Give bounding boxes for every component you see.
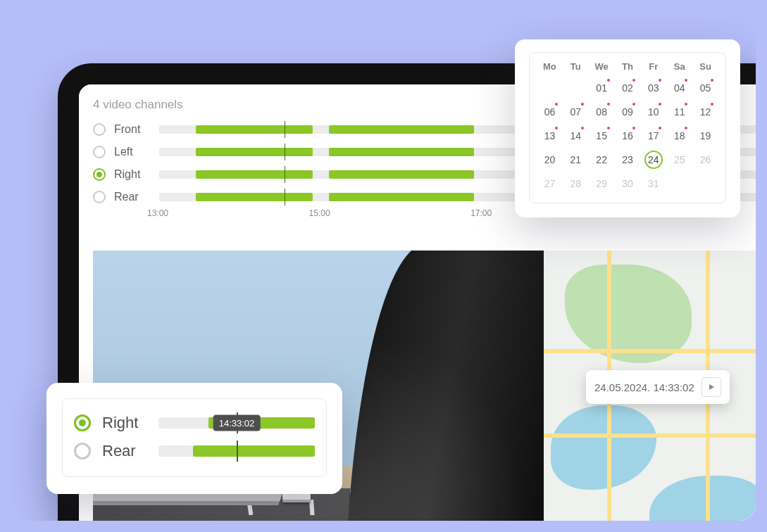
calendar-day[interactable]: 03: [640, 76, 666, 100]
calendar-day-number: 31: [648, 178, 659, 189]
calendar-day-number: 18: [674, 130, 685, 141]
map-popup: 24.05.2024. 14:33:02: [586, 370, 730, 404]
channel-label: Rear: [114, 191, 151, 203]
calendar-day[interactable]: 23: [615, 148, 641, 172]
calendar-day[interactable]: 06: [537, 100, 563, 124]
calendar-day[interactable]: 22: [589, 148, 615, 172]
calendar-day-number: 24: [644, 151, 663, 169]
calendar-event-dot-icon: [659, 127, 661, 129]
recording-segment: [196, 170, 313, 179]
calendar-day: 31: [640, 172, 666, 196]
calendar-day[interactable]: 15: [589, 124, 615, 148]
zoom-label: Rear: [102, 442, 147, 460]
calendar-day-number: 05: [700, 82, 711, 94]
calendar-dow: We: [589, 61, 615, 76]
calendar-day-number: 09: [622, 106, 633, 118]
playhead[interactable]: [285, 189, 286, 205]
channel-label: Front: [114, 123, 151, 136]
calendar-day[interactable]: 10: [640, 100, 666, 124]
calendar-day-number: 07: [570, 106, 581, 118]
calendar-day[interactable]: 17: [640, 124, 666, 148]
calendar-event-dot-icon: [632, 127, 635, 129]
calendar-day[interactable]: 16: [615, 124, 641, 148]
zoom-track-right[interactable]: 14:33:02: [158, 415, 315, 431]
calendar-day[interactable]: 09: [615, 100, 641, 124]
playhead[interactable]: [285, 144, 286, 160]
zoom-track-rear[interactable]: [158, 443, 315, 459]
calendar-day-number: 26: [700, 154, 711, 165]
calendar-event-dot-icon: [632, 79, 635, 82]
playhead[interactable]: [237, 441, 238, 462]
calendar-day-number: 29: [596, 178, 607, 189]
calendar-event-dot-icon: [581, 103, 584, 106]
calendar-day: [666, 172, 692, 196]
calendar-day-number: 15: [596, 130, 607, 141]
zoom-radio-rear[interactable]: [74, 443, 91, 460]
calendar-day[interactable]: 08: [589, 100, 615, 124]
calendar-day-number: 30: [622, 178, 633, 189]
calendar-day[interactable]: 05: [692, 76, 718, 100]
calendar-day[interactable]: 01: [589, 76, 615, 100]
calendar-event-dot-icon: [607, 103, 610, 106]
calendar-popover: MoTuWeThFrSaSu 0102030405060708091011121…: [515, 39, 740, 217]
calendar-day-number: 16: [622, 130, 633, 141]
calendar-day[interactable]: 02: [615, 76, 641, 100]
calendar-day-number: 02: [622, 82, 633, 94]
recording-segment: [193, 445, 315, 457]
calendar-event-dot-icon: [607, 127, 610, 129]
zoom-label: Right: [102, 414, 147, 432]
recording-segment: [329, 170, 474, 179]
recording-segment: [329, 148, 474, 156]
channel-label: Right: [114, 168, 151, 181]
channel-radio-rear[interactable]: [93, 191, 106, 203]
calendar-day-number: 20: [544, 154, 556, 165]
calendar-event-dot-icon: [659, 103, 661, 106]
calendar-day[interactable]: 13: [537, 124, 563, 148]
channel-label: Left: [114, 146, 151, 158]
channel-radio-front[interactable]: [93, 123, 106, 136]
map-popup-play-button[interactable]: [701, 377, 721, 397]
calendar-dow: Su: [692, 61, 718, 76]
calendar-day[interactable]: 24: [640, 148, 666, 172]
calendar-day: 30: [615, 172, 641, 196]
playhead[interactable]: [285, 166, 286, 183]
calendar-day-number: 08: [596, 106, 607, 118]
recording-segment: [329, 193, 474, 201]
calendar-event-dot-icon: [685, 127, 687, 129]
calendar-day-number: 27: [544, 178, 556, 189]
calendar-event-dot-icon: [685, 103, 687, 106]
calendar-event-dot-icon: [685, 79, 687, 82]
channel-radio-left[interactable]: [93, 146, 106, 158]
calendar-event-dot-icon: [711, 79, 713, 82]
calendar-day[interactable]: 12: [692, 100, 718, 124]
calendar-day-number: 23: [622, 154, 633, 165]
calendar-day[interactable]: 18: [666, 124, 692, 148]
calendar-day[interactable]: 11: [666, 100, 692, 124]
calendar-day-number: 22: [596, 154, 607, 165]
calendar-day[interactable]: 07: [563, 100, 589, 124]
calendar-day[interactable]: 20: [537, 148, 563, 172]
calendar-day[interactable]: 21: [563, 148, 589, 172]
calendar-day[interactable]: 14: [563, 124, 589, 148]
timeline-zoom-popover: Right14:33:02Rear: [46, 383, 342, 494]
channel-radio-right[interactable]: [93, 168, 106, 181]
calendar-dow: Sa: [666, 61, 692, 76]
recording-segment: [196, 148, 313, 156]
calendar-event-dot-icon: [555, 103, 558, 106]
calendar-day[interactable]: 19: [692, 124, 718, 148]
map-popup-text: 24.05.2024. 14:33:02: [594, 381, 694, 393]
recording-segment: [196, 193, 313, 201]
playhead[interactable]: [285, 121, 286, 138]
zoom-row-rear: Rear: [74, 437, 315, 465]
calendar-day-number: 03: [648, 82, 659, 94]
calendar-day[interactable]: 04: [666, 76, 692, 100]
calendar-day-number: 13: [544, 130, 556, 141]
calendar-event-dot-icon: [711, 103, 713, 106]
calendar-day-number: 12: [700, 106, 711, 118]
calendar-day-number: 28: [570, 178, 581, 189]
calendar-event-dot-icon: [632, 103, 635, 106]
map-view[interactable]: 24.05.2024. 14:33:02: [544, 251, 756, 521]
zoom-radio-right[interactable]: [74, 414, 91, 431]
calendar-day-number: 19: [700, 130, 711, 141]
calendar-day-number: 04: [674, 82, 685, 94]
